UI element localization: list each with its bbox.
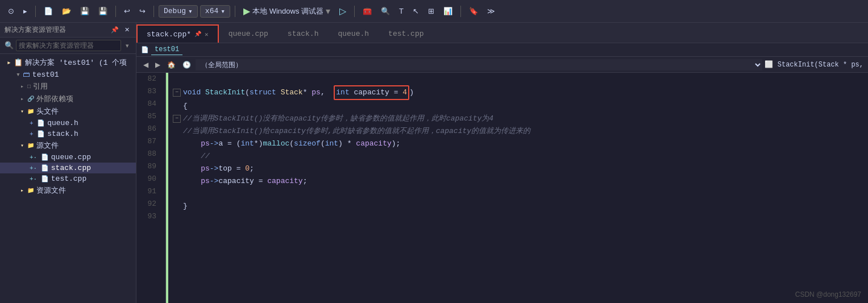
- sidebar-close-button[interactable]: ✕: [123, 26, 131, 34]
- back-button[interactable]: ⊙: [5, 6, 18, 16]
- grid-button[interactable]: ⊞: [425, 6, 438, 16]
- redo-button[interactable]: ↪: [136, 6, 149, 16]
- stack-h-label: stack.h: [47, 130, 78, 138]
- tab-stack-cpp[interactable]: stack.cpp* 📌 ✕: [136, 24, 219, 43]
- watermark: CSDN @dong132697: [795, 290, 861, 298]
- subtab-bar: 📄 test01: [136, 43, 868, 57]
- tab-stack-cpp-label: stack.cpp*: [147, 30, 191, 39]
- save-button[interactable]: 💾: [77, 6, 93, 16]
- header-files-label: 头文件: [36, 106, 59, 117]
- open-button[interactable]: 📂: [59, 6, 74, 16]
- line-num-88: 88: [136, 148, 161, 160]
- sidebar-item-references[interactable]: ▸ □ 引用: [0, 80, 136, 93]
- sidebar-search-bar: 🔍 ▾: [0, 38, 136, 54]
- sidebar-item-queue-cpp[interactable]: +· 📄 queue.cpp: [0, 152, 136, 163]
- test-cpp-label: test.cpp: [51, 175, 86, 183]
- search-input[interactable]: [16, 40, 121, 51]
- line-num-89: 89: [136, 160, 161, 173]
- tab-stack-h[interactable]: stack.h: [278, 24, 329, 43]
- debug-config-dropdown[interactable]: Debug ▾: [159, 5, 198, 18]
- sidebar-header: 解决方案资源管理器 📌 ✕: [0, 23, 136, 38]
- comment-85: //当调用StackInit()没有给capacity传参时，缺省参数的值就起作…: [183, 113, 493, 125]
- sidebar-item-source-files[interactable]: ▾ 📁 源文件: [0, 139, 136, 152]
- arch-dropdown[interactable]: x64 ▾: [200, 5, 230, 18]
- sidebar-item-solution[interactable]: ▸ 📋 解决方案 'test01' (1 个项: [0, 56, 136, 69]
- sidebar-item-queue-h[interactable]: + 📄 queue.h: [0, 118, 136, 128]
- file-icon: 📄: [141, 46, 149, 53]
- code-line-88: //: [173, 150, 863, 163]
- tab-queue-cpp-label: queue.cpp: [229, 30, 268, 38]
- code-line-91: [173, 188, 863, 200]
- stack-cpp-icon: +· 📄: [30, 164, 49, 172]
- sidebar-pin-button[interactable]: 📌: [109, 26, 121, 34]
- code-line-90: ps->capacity = capacity;: [173, 175, 863, 188]
- tab-pin-icon[interactable]: 📌: [194, 31, 201, 38]
- nav-home-button[interactable]: 🏠: [165, 60, 178, 70]
- stack-cpp-label: stack.cpp: [51, 164, 91, 172]
- new-file-button[interactable]: 📄: [40, 6, 56, 16]
- toolbar: ⊙ ▸ 📄 📂 💾 💾 ↩ ↪ Debug ▾ x64 ▾ ▶ 本地 Windo…: [0, 0, 868, 23]
- toolbox-button[interactable]: 🧰: [359, 6, 375, 16]
- line-num-93: 93: [136, 210, 161, 223]
- solution-icon2: 📋: [14, 58, 23, 67]
- code-line-86: //当调用StackInit()给capacity传参时,此时缺省参数的值就不起…: [173, 125, 863, 138]
- nav-back-button[interactable]: ◀: [141, 60, 151, 70]
- play-outline-icon: ▷: [339, 6, 346, 16]
- editor-area: stack.cpp* 📌 ✕ queue.cpp stack.h queue.h…: [136, 23, 868, 303]
- code-line-82: [173, 73, 863, 85]
- sidebar-item-resource-files[interactable]: ▸ 📁 资源文件: [0, 184, 136, 197]
- sidebar-item-header-files[interactable]: ▾ 📁 头文件: [0, 105, 136, 118]
- code-line-83: − void StackInit(struct Stack* ps, int c…: [173, 85, 863, 100]
- tab-stack-h-label: stack.h: [288, 30, 319, 38]
- resource-files-label: 资源文件: [36, 185, 66, 196]
- forward-button[interactable]: ▸: [20, 6, 31, 16]
- line-num-86: 86: [136, 123, 161, 135]
- scope-selector[interactable]: （全局范围）: [196, 59, 762, 70]
- graph-button[interactable]: 📊: [440, 6, 456, 16]
- code-line-87: ps->a = (int*)malloc(sizeof(int) * capac…: [173, 138, 863, 150]
- subtab-test01[interactable]: test01: [151, 44, 182, 55]
- save-all-button[interactable]: 💾: [95, 6, 111, 16]
- undo-button[interactable]: ↩: [121, 6, 134, 16]
- text-button[interactable]: T: [396, 6, 407, 16]
- line-num-85: 85: [136, 110, 161, 123]
- tab-queue-cpp[interactable]: queue.cpp: [219, 24, 278, 43]
- sidebar-item-stack-h[interactable]: + 📄 stack.h: [0, 128, 136, 139]
- ext-deps-label: 外部依赖项: [36, 94, 73, 104]
- tab-queue-h[interactable]: queue.h: [328, 24, 379, 43]
- search-options-button[interactable]: ▾: [123, 41, 131, 50]
- run-without-debug-button[interactable]: ▷: [336, 5, 350, 18]
- cursor-button[interactable]: ↖: [409, 6, 422, 16]
- line-num-90: 90: [136, 173, 161, 185]
- search-icon: 🔍: [5, 41, 14, 50]
- stack-h-icon: + 📄: [30, 130, 45, 138]
- nav-fwd-button[interactable]: ▶: [153, 60, 163, 70]
- editor-nav: ◀ ▶ 🏠 🕒 （全局范围） ⬜ StackInit(Stack * ps,: [136, 57, 868, 73]
- source-folder-icon: ▾ 📁: [20, 142, 34, 149]
- bookmark-button[interactable]: 🔖: [466, 6, 481, 16]
- queue-h-label: queue.h: [47, 119, 78, 127]
- code-line-89: ps->top = 0;: [173, 163, 863, 175]
- sidebar-item-stack-cpp[interactable]: +· 📄 stack.cpp: [0, 163, 136, 173]
- tab-stack-cpp-close[interactable]: ✕: [205, 31, 209, 38]
- code-line-85: − //当调用StackInit()没有给capacity传参时，缺省参数的值就…: [173, 113, 863, 125]
- nav-clock-button[interactable]: 🕒: [180, 60, 193, 70]
- sidebar-item-project-test01[interactable]: ▾ 🗃 test01: [0, 69, 136, 80]
- sidebar-item-external-deps[interactable]: ▸ 🔗 外部依赖项: [0, 93, 136, 105]
- run-label: 本地 Windows 调试器: [252, 6, 323, 16]
- sidebar-item-test-cpp[interactable]: +· 📄 test.cpp: [0, 173, 136, 184]
- sep6: [460, 6, 461, 17]
- code-content[interactable]: − void StackInit(struct Stack* ps, int c…: [168, 73, 868, 303]
- fold-85[interactable]: −: [173, 115, 181, 123]
- run-debugger-button[interactable]: ▶ 本地 Windows 调试器 ▾: [240, 5, 334, 18]
- tab-test-cpp[interactable]: test.cpp: [379, 24, 433, 43]
- more-button[interactable]: ≫: [484, 6, 499, 16]
- sidebar-tree: ▸ 📋 解决方案 'test01' (1 个项 ▾ 🗃 test01 ▸ □ 引…: [0, 54, 136, 303]
- chevron-down-icon: ▾: [188, 7, 193, 16]
- queue-cpp-icon: +· 📄: [30, 153, 49, 161]
- sidebar: 解决方案资源管理器 📌 ✕ 🔍 ▾ ▸ 📋 解决方案 'test01' (1 个…: [0, 23, 136, 303]
- fold-83[interactable]: −: [173, 89, 181, 97]
- find-button[interactable]: 🔍: [377, 6, 393, 16]
- resource-folder-icon: ▸ 📁: [20, 187, 34, 194]
- dropdown-arrow-icon: ▾: [326, 6, 330, 16]
